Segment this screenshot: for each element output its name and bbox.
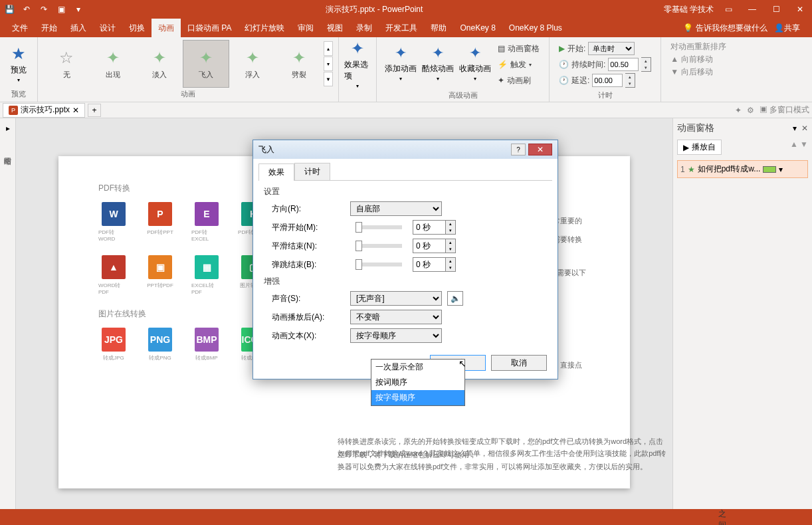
tab-transitions[interactable]: 切换 — [122, 19, 152, 37]
chevron-down-icon[interactable]: ▾ — [793, 124, 797, 133]
minimize-icon[interactable]: — — [743, 3, 761, 16]
conversion-icon-item[interactable]: ▦EXCEL转PDF — [191, 255, 222, 295]
conversion-icon-item[interactable]: PPDF转PPT — [145, 202, 175, 242]
qat-dropdown-icon[interactable]: ▾ — [72, 3, 85, 16]
gallery-down-icon[interactable]: ▾ — [324, 56, 333, 71]
spin-up-icon[interactable]: ▴ — [446, 258, 455, 264]
undo-icon[interactable]: ↶ — [20, 3, 33, 16]
spin-up-icon[interactable]: ▴ — [625, 74, 635, 80]
tab-design[interactable]: 设计 — [93, 19, 122, 37]
tab-review[interactable]: 审阅 — [291, 19, 320, 37]
conversion-icon-item[interactable]: BMP转成BMP — [191, 328, 222, 362]
bounce-end-input[interactable] — [413, 257, 446, 272]
smooth-end-input[interactable] — [413, 239, 446, 253]
tab-file[interactable]: 文件 — [5, 19, 35, 37]
save-icon[interactable]: 💾 — [3, 3, 16, 16]
direction-select[interactable]: 自底部 — [350, 201, 442, 216]
tab-record[interactable]: 录制 — [350, 19, 379, 37]
conversion-icon-item[interactable]: JPG转成JPG — [98, 328, 129, 362]
redo-icon[interactable]: ↷ — [37, 3, 51, 16]
delay-input[interactable] — [592, 74, 623, 87]
effect-options-button[interactable]: ✦效果选项▾ — [344, 40, 371, 88]
trigger-button[interactable]: ⚡触发▾ — [498, 57, 540, 72]
spin-down-icon[interactable]: ▾ — [446, 246, 455, 253]
preview-button[interactable]: ★预览▾ — [5, 40, 32, 88]
anim-split[interactable]: ✦劈裂 — [276, 40, 322, 88]
tab-help[interactable]: 帮助 — [424, 19, 453, 37]
spin-down-icon[interactable]: ▾ — [641, 64, 651, 71]
tab-view[interactable]: 视图 — [320, 19, 350, 37]
cancel-button[interactable]: 取消 — [491, 355, 547, 371]
conversion-icon-item[interactable]: PNG转成PNG — [145, 328, 175, 362]
tab-onekey8[interactable]: OneKey 8 — [453, 19, 502, 37]
spin-down-icon[interactable]: ▾ — [625, 80, 635, 87]
anim-flyin[interactable]: ✦飞入 — [183, 40, 229, 88]
chevron-down-icon[interactable]: ▾ — [779, 165, 783, 174]
dropdown-option-selected[interactable]: 按字母顺序 — [371, 390, 464, 405]
fav-animation-button[interactable]: ✦收藏动画▾ — [457, 40, 494, 86]
dialog-close-icon[interactable]: ✕ — [528, 144, 552, 156]
tab-developer[interactable]: 开发工具 — [379, 19, 424, 37]
spin-up-icon[interactable]: ▴ — [446, 221, 455, 227]
maximize-icon[interactable]: ☐ — [767, 3, 785, 16]
smooth-start-slider[interactable] — [355, 225, 402, 229]
conversion-icon-item[interactable]: ▣PPT转PDF — [145, 255, 175, 295]
move-backward-button[interactable]: ▼ 向后移动 — [670, 66, 726, 78]
smooth-end-slider[interactable] — [355, 244, 402, 248]
spin-down-icon[interactable]: ▾ — [446, 264, 455, 271]
help-icon[interactable]: ? — [511, 144, 526, 156]
multi-window-button[interactable]: ▣ 多窗口模式 — [760, 104, 809, 116]
collapsed-thumbnail-panel[interactable]: ▸ 缩略图 — [0, 118, 16, 525]
tab-pocket-anim[interactable]: 口袋动画 PA — [181, 19, 238, 37]
conversion-icon-item[interactable]: ▲WORD转PDF — [98, 255, 129, 295]
tab-timing[interactable]: 计时 — [294, 163, 330, 180]
dropdown-option[interactable]: 一次显示全部 — [371, 360, 464, 375]
conversion-icon-item[interactable]: EPDF转EXCEL — [191, 202, 222, 242]
tab-slideshow[interactable]: 幻灯片放映 — [238, 19, 291, 37]
start-select[interactable]: 单击时 — [588, 42, 635, 55]
gallery-up-icon[interactable]: ▴ — [324, 41, 333, 56]
gear-icon[interactable]: ⚙ — [747, 106, 754, 115]
add-animation-button[interactable]: ✦添加动画▾ — [382, 40, 419, 86]
anim-none[interactable]: ☆无 — [43, 40, 90, 88]
anim-appear[interactable]: ✦出现 — [90, 40, 136, 88]
start-slideshow-icon[interactable]: ▣ — [54, 3, 68, 16]
anim-list-item[interactable]: 1 ★ 如何把pdf转成w... ▾ — [677, 160, 808, 178]
expand-icon[interactable]: ▸ — [6, 124, 10, 133]
bounce-end-slider[interactable] — [355, 262, 402, 266]
spin-up-icon[interactable]: ▴ — [641, 58, 651, 64]
tab-animations[interactable]: 动画 — [152, 19, 181, 37]
after-anim-select[interactable]: 不变暗 — [350, 310, 442, 324]
animation-pane-button[interactable]: ▤动画窗格 — [498, 41, 540, 56]
tab-onekey8plus[interactable]: OneKey 8 Plus — [502, 19, 569, 37]
share-button[interactable]: 👤共享 — [767, 19, 807, 37]
duration-input[interactable] — [608, 58, 639, 71]
tell-me[interactable]: 💡告诉我你想要做什么 — [683, 23, 767, 34]
animation-painter-button[interactable]: ✦动画刷 — [498, 73, 540, 88]
tab-close-icon[interactable]: ✕ — [72, 106, 79, 115]
tab-effect[interactable]: 效果 — [258, 163, 294, 181]
sound-select[interactable]: [无声音] — [350, 291, 442, 306]
animate-text-select[interactable]: 按字母顺序 — [350, 328, 442, 343]
anim-fade[interactable]: ✦淡入 — [136, 40, 183, 88]
anim-float[interactable]: ✦浮入 — [229, 40, 276, 88]
conversion-icon-item[interactable]: WPDF转WORD — [98, 202, 129, 242]
tab-home[interactable]: 开始 — [35, 19, 64, 37]
close-icon[interactable]: ✕ — [791, 3, 809, 16]
dialog-titlebar[interactable]: 飞入 ? ✕ — [253, 140, 558, 159]
spin-up-icon[interactable]: ▴ — [446, 239, 455, 246]
cool-animation-button[interactable]: ✦酷炫动画▾ — [419, 40, 457, 86]
gallery-more-icon[interactable]: ▼ — [324, 72, 333, 86]
move-forward-button[interactable]: ▲ 向前移动 — [670, 54, 726, 65]
tab-insert[interactable]: 插入 — [64, 19, 93, 37]
close-pane-icon[interactable]: ✕ — [801, 124, 808, 133]
ribbon-options-icon[interactable]: ▭ — [719, 3, 738, 16]
spin-down-icon[interactable]: ▾ — [446, 227, 455, 234]
document-tab[interactable]: P 演示技巧.pptx ✕ — [3, 103, 85, 118]
smooth-start-input[interactable] — [413, 220, 446, 235]
add-tab-button[interactable]: + — [88, 104, 101, 117]
play-from-button[interactable]: ▶播放自 — [677, 140, 722, 155]
dropdown-option[interactable]: 按词顺序 — [371, 375, 464, 390]
speaker-icon[interactable]: 🔈 — [447, 291, 463, 306]
tool-icon[interactable]: ✦ — [735, 106, 742, 115]
